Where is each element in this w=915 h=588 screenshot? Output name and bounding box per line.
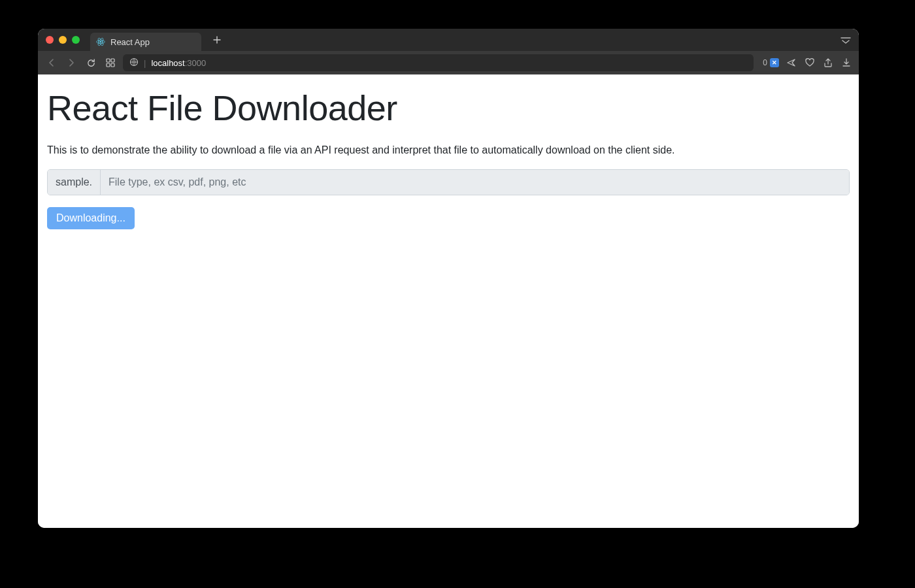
svg-rect-6 — [107, 63, 110, 67]
file-type-input[interactable] — [101, 170, 849, 195]
svg-point-0 — [100, 41, 102, 43]
page-description: This is to demonstrate the ability to do… — [47, 144, 850, 156]
tab-title: React App — [110, 37, 150, 47]
menu-icon[interactable] — [840, 36, 851, 44]
page-content: React File Downloader This is to demonst… — [38, 74, 859, 528]
heart-icon[interactable] — [804, 57, 816, 69]
reload-button[interactable] — [84, 56, 98, 70]
download-icon[interactable] — [840, 57, 852, 69]
svg-rect-7 — [111, 63, 114, 67]
url-host: localhost — [151, 58, 184, 68]
window-close-button[interactable] — [46, 36, 54, 44]
send-icon[interactable] — [786, 57, 797, 69]
page-title: React File Downloader — [47, 89, 850, 127]
browser-tab[interactable]: React App — [90, 33, 201, 51]
new-tab-button[interactable] — [208, 31, 226, 49]
traffic-lights — [46, 36, 80, 44]
back-button[interactable] — [44, 56, 59, 70]
svg-rect-5 — [111, 59, 114, 62]
forward-button[interactable] — [64, 56, 78, 70]
window-minimize-button[interactable] — [59, 36, 67, 44]
toolbar-right: 0 ✕ — [759, 57, 852, 69]
file-type-input-group: sample. — [47, 169, 850, 195]
svg-rect-4 — [107, 59, 110, 62]
extension-badge[interactable]: 0 ✕ — [763, 58, 779, 67]
input-prefix: sample. — [48, 170, 101, 195]
download-button[interactable]: Downloading... — [47, 207, 135, 229]
site-info-icon[interactable] — [129, 57, 139, 69]
url-port: :3000 — [185, 58, 207, 68]
apps-icon[interactable] — [103, 56, 118, 70]
react-favicon-icon — [95, 37, 106, 47]
url-text: localhost:3000 — [151, 58, 206, 68]
shield-icon: ✕ — [770, 58, 779, 67]
badge-count: 0 — [763, 58, 767, 67]
share-icon[interactable] — [822, 57, 834, 69]
address-bar[interactable]: | localhost:3000 — [123, 54, 754, 71]
browser-window: React App | localhost:3000 — [38, 29, 859, 528]
browser-toolbar: | localhost:3000 0 ✕ — [38, 51, 859, 74]
titlebar: React App — [38, 29, 859, 51]
window-maximize-button[interactable] — [72, 36, 80, 44]
